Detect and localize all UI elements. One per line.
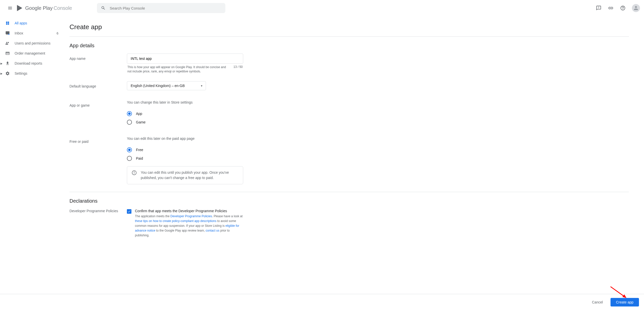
- expand-icon: ▶: [1, 72, 3, 75]
- expand-icon: ▶: [1, 62, 3, 65]
- free-or-paid-hint: You can edit this later on the paid app …: [127, 137, 243, 146]
- feedback-icon[interactable]: [596, 5, 602, 11]
- sidebar-label: Inbox: [15, 31, 23, 35]
- sidebar-item-settings[interactable]: ▶ Settings: [0, 68, 64, 78]
- app-name-counter: 13 / 50: [233, 65, 243, 74]
- radio-game[interactable]: Game: [127, 118, 243, 126]
- search-icon: [101, 6, 106, 11]
- app-or-game-hint: You can change this later in Store setti…: [127, 100, 243, 109]
- help-icon[interactable]: [620, 5, 626, 11]
- radio-button-icon: [127, 156, 132, 161]
- download-icon: [5, 61, 10, 66]
- row-declarations: Developer Programme Policies Confirm tha…: [69, 209, 629, 238]
- row-app-name: App name This is how your app will appea…: [69, 54, 629, 74]
- sidebar-item-users[interactable]: Users and permissions: [0, 38, 64, 48]
- page-title: Create app: [69, 16, 629, 36]
- free-or-paid-label: Free or paid: [69, 137, 127, 184]
- hamburger-icon: [8, 6, 13, 11]
- app-name-input[interactable]: [127, 54, 243, 64]
- sidebar-item-all-apps[interactable]: All apps: [0, 18, 64, 28]
- link-contact-us[interactable]: contact us: [206, 229, 220, 232]
- link-icon[interactable]: [608, 5, 614, 11]
- main-content: Create app App details App name This is …: [64, 16, 644, 310]
- search-input[interactable]: [110, 6, 221, 10]
- user-avatar[interactable]: [632, 4, 640, 12]
- gear-icon: [5, 71, 10, 76]
- sidebar-label: All apps: [15, 21, 27, 25]
- row-free-or-paid: Free or paid You can edit this later on …: [69, 137, 629, 184]
- apps-grid-icon: [5, 21, 10, 26]
- sidebar-item-inbox[interactable]: Inbox 6: [0, 28, 64, 38]
- sidebar-label: Users and permissions: [15, 41, 50, 45]
- radio-free[interactable]: Free: [127, 146, 243, 154]
- logo-text: Google Play Console: [25, 5, 72, 11]
- sidebar-label: Order management: [15, 51, 45, 55]
- footer-bar: Cancel Create app: [0, 294, 644, 310]
- sidebar-item-download-reports[interactable]: ▶ Download reports: [0, 58, 64, 68]
- default-language-select[interactable]: English (United Kingdom) – en-GB: [127, 81, 206, 90]
- order-icon: [5, 51, 10, 56]
- section-app-details: App details: [69, 37, 629, 54]
- logo[interactable]: Google Play Console: [16, 5, 72, 12]
- info-text: You can edit this until you publish your…: [141, 170, 238, 181]
- dropdown-arrow-icon: ▼: [200, 84, 203, 87]
- app-or-game-label: App or game: [69, 100, 127, 126]
- policies-checkbox[interactable]: [127, 209, 131, 214]
- radio-button-icon: [127, 111, 132, 116]
- sidebar-item-orders[interactable]: Order management: [0, 48, 64, 58]
- cancel-button[interactable]: Cancel: [587, 298, 607, 306]
- default-language-label: Default language: [69, 81, 127, 90]
- play-console-logo-icon: [16, 5, 23, 12]
- sidebar-badge: 6: [57, 31, 58, 35]
- hamburger-menu-button[interactable]: [4, 2, 16, 14]
- radio-button-icon: [127, 120, 132, 125]
- radio-label: Paid: [136, 156, 143, 160]
- sidebar: All apps Inbox 6 Users and permissions O…: [0, 16, 64, 310]
- policy-description: The application meets the Developer Prog…: [135, 213, 243, 238]
- radio-button-icon: [127, 147, 132, 152]
- sidebar-label: Settings: [15, 71, 27, 75]
- avatar-icon: [633, 5, 639, 11]
- checkbox-label: Confirm that app meets the Developer Pro…: [135, 209, 243, 213]
- app-name-help: This is how your app will appear on Goog…: [127, 65, 229, 74]
- check-icon: [127, 210, 131, 213]
- free-paid-info: You can edit this until you publish your…: [127, 166, 243, 184]
- search-bar[interactable]: [97, 3, 225, 13]
- link-tips[interactable]: these tips on how to create policy-compl…: [135, 219, 217, 223]
- radio-paid[interactable]: Paid: [127, 154, 243, 163]
- radio-label: Game: [136, 120, 146, 124]
- declarations-label: Developer Programme Policies: [69, 209, 127, 238]
- create-app-button[interactable]: Create app: [611, 298, 639, 306]
- radio-app[interactable]: App: [127, 109, 243, 118]
- svg-point-0: [8, 34, 10, 35]
- info-icon: [132, 170, 137, 181]
- app-name-label: App name: [69, 54, 127, 74]
- header-actions: [596, 4, 640, 12]
- link-dev-policies[interactable]: Developer Programme Policies: [170, 214, 212, 218]
- inbox-icon: [5, 31, 10, 36]
- section-declarations: Declarations: [69, 192, 629, 209]
- users-icon: [5, 41, 10, 46]
- svg-point-3: [134, 171, 134, 172]
- row-app-or-game: App or game You can change this later in…: [69, 100, 629, 126]
- row-default-language: Default language English (United Kingdom…: [69, 81, 629, 90]
- app-header: Google Play Console: [0, 0, 644, 16]
- radio-label: App: [136, 112, 142, 116]
- default-language-value: English (United Kingdom) – en-GB: [131, 84, 185, 88]
- radio-label: Free: [136, 148, 143, 152]
- sidebar-label: Download reports: [15, 61, 42, 65]
